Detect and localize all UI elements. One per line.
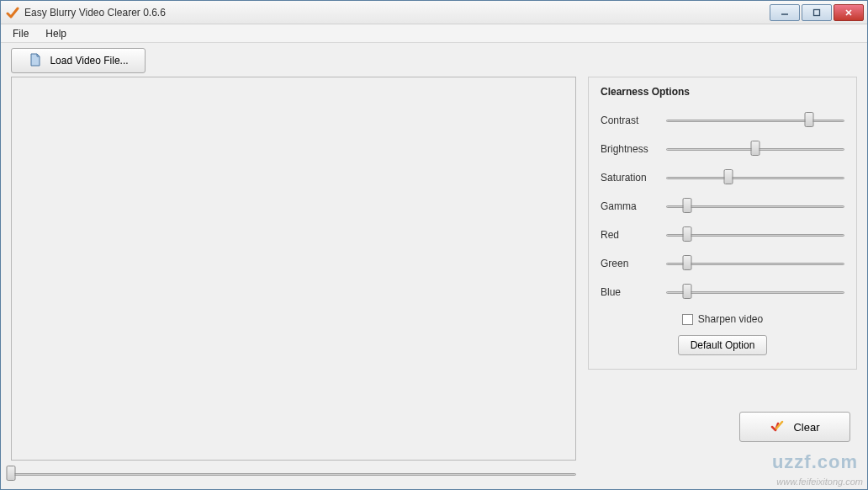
slider-label-gamma: Gamma	[601, 200, 659, 212]
slider-row-green: Green	[601, 249, 844, 278]
slider-row-brightness: Brightness	[601, 135, 844, 163]
sharpen-label: Sharpen video	[698, 313, 763, 325]
slider-thumb-brightness[interactable]	[751, 141, 760, 156]
clear-label: Clear	[793, 421, 819, 434]
preview-area	[11, 77, 576, 481]
slider-row-red: Red	[601, 221, 844, 249]
options-title: Clearness Options	[601, 86, 844, 98]
sharpen-checkbox[interactable]	[682, 314, 693, 325]
progress-row	[11, 461, 576, 481]
load-video-label: Load Video File...	[50, 55, 128, 67]
right-panel: Clearness Options ContrastBrightnessSatu…	[588, 77, 857, 481]
slider-saturation[interactable]	[666, 169, 844, 186]
load-video-button[interactable]: Load Video File...	[11, 48, 146, 73]
slider-label-saturation: Saturation	[601, 172, 659, 184]
progress-slider[interactable]	[11, 466, 576, 482]
slider-thumb-red[interactable]	[683, 226, 692, 242]
menu-file[interactable]: File	[4, 24, 37, 42]
slider-thumb-blue[interactable]	[683, 284, 692, 299]
slider-label-green: Green	[601, 258, 659, 269]
minimize-button[interactable]	[770, 4, 800, 21]
maximize-button[interactable]	[802, 4, 832, 21]
slider-blue[interactable]	[666, 284, 844, 301]
slider-row-saturation: Saturation	[601, 163, 844, 192]
slider-label-blue: Blue	[601, 286, 659, 298]
slider-brightness[interactable]	[666, 141, 844, 157]
menubar: File Help	[1, 24, 867, 43]
app-window: Easy Blurry Video Clearer 0.6.6 File Hel…	[0, 0, 868, 490]
slider-row-gamma: Gamma	[601, 192, 844, 221]
content-area: Clearness Options ContrastBrightnessSatu…	[1, 77, 867, 489]
slider-label-red: Red	[601, 229, 659, 241]
slider-red[interactable]	[666, 226, 844, 243]
video-preview	[11, 77, 576, 461]
app-icon	[6, 6, 19, 19]
slider-row-blue: Blue	[601, 278, 844, 306]
clearness-options: Clearness Options ContrastBrightnessSatu…	[588, 77, 857, 370]
document-icon	[28, 52, 43, 70]
slider-label-contrast: Contrast	[601, 115, 659, 126]
slider-row-contrast: Contrast	[601, 106, 844, 135]
svg-rect-1	[814, 9, 820, 15]
progress-thumb[interactable]	[7, 466, 16, 481]
window-controls	[770, 4, 864, 21]
close-button[interactable]	[834, 4, 864, 21]
window-title: Easy Blurry Video Clearer 0.6.6	[24, 7, 770, 19]
clear-button[interactable]: Clear	[739, 412, 850, 442]
titlebar: Easy Blurry Video Clearer 0.6.6	[1, 1, 867, 24]
slider-label-brightness: Brightness	[601, 143, 659, 155]
toolbar: Load Video File...	[1, 43, 867, 77]
menu-help[interactable]: Help	[37, 24, 75, 42]
slider-green[interactable]	[666, 255, 844, 272]
default-option-button[interactable]: Default Option	[678, 335, 768, 355]
sharpen-row: Sharpen video	[601, 313, 844, 325]
slider-gamma[interactable]	[666, 198, 844, 215]
slider-thumb-contrast[interactable]	[804, 112, 813, 127]
slider-thumb-saturation[interactable]	[724, 169, 733, 184]
slider-contrast[interactable]	[666, 112, 844, 129]
slider-thumb-gamma[interactable]	[683, 198, 692, 213]
slider-thumb-green[interactable]	[683, 255, 692, 270]
check-icon	[770, 418, 785, 436]
